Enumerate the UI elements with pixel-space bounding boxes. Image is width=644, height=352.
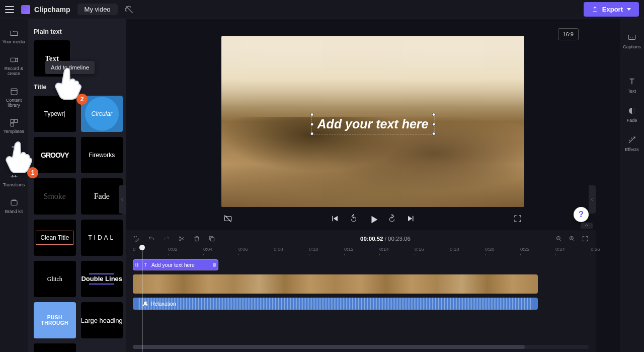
scrollbar-thumb[interactable] [133,345,525,349]
fullscreen-button[interactable] [513,214,522,223]
audio-track[interactable]: Relaxation [133,298,589,310]
play-button[interactable] [368,214,377,223]
resize-handle[interactable] [432,132,435,135]
text-overlay[interactable]: Add your text here [312,115,434,133]
rr-text[interactable]: Text [627,71,637,100]
playhead[interactable] [142,246,142,352]
redo-button[interactable] [163,235,170,242]
nav-label: Templates [4,129,24,134]
export-label: Export [602,6,623,13]
zoom-in-button[interactable] [569,235,576,242]
export-button[interactable]: Export [584,2,639,17]
tile-groovy[interactable]: GROOVY [34,137,76,173]
nav-your-media[interactable]: Your media [0,24,28,49]
tile-fade[interactable]: Fade [81,178,123,215]
tile-circular[interactable]: Circular [81,96,123,132]
audio-clip[interactable]: Relaxation [133,298,538,310]
captions-hide-icon[interactable] [223,214,232,223]
tile-glitch[interactable]: Glitch [34,261,76,297]
ruler-tick: 0 [133,246,135,252]
nav-templates[interactable]: Templates [0,114,28,138]
rr-label: Text [628,89,636,94]
skip-start-button[interactable] [330,214,339,223]
tile-double-lines[interactable]: Double Lines [81,261,123,297]
nav-label: Content library [0,98,28,108]
forward-button[interactable] [387,214,396,223]
rr-captions[interactable]: Captions [623,26,641,55]
tile-smoke[interactable]: Smoke [34,178,76,215]
collapse-panel-button[interactable] [119,185,126,214]
ruler-tick: 0:26 [591,246,600,252]
zoom-fit-button[interactable] [582,235,589,242]
nav-brand-kit[interactable]: Brand kit [0,194,28,219]
rewind-button[interactable] [349,214,358,223]
menu-button[interactable] [5,6,14,13]
section-title: Title [34,84,123,91]
tile-fireworks[interactable]: Fireworks [81,137,123,173]
resize-handle[interactable] [310,122,314,126]
properties-toggle[interactable] [581,223,593,229]
resize-handle[interactable] [432,113,435,116]
video-track[interactable] [133,274,589,294]
svg-rect-5 [11,201,17,205]
ruler-tick: 0:12 [344,246,354,252]
collapse-right-button[interactable] [589,185,596,214]
project-title[interactable]: My video [77,4,118,15]
help-button[interactable]: ? [574,207,589,222]
video-preview[interactable]: Add your text here [221,36,524,207]
svg-rect-1 [11,89,17,95]
timeline-ruler[interactable]: 0 0:02 0:04 0:06 0:08 0:10 0:12 0:14 0:1… [133,246,589,257]
svg-rect-4 [11,123,14,126]
resize-handle[interactable] [432,122,435,126]
nav-content-library[interactable]: Content library [0,83,28,112]
clip-handle[interactable] [213,263,216,267]
nav-text[interactable]: Text [0,140,28,165]
rr-label: Effects [625,147,638,152]
tile-label: Smoke [44,192,66,201]
delete-button[interactable] [193,235,200,242]
tile-outline[interactable]: Outline [34,343,76,352]
text-icon [142,262,148,268]
nav-transitions[interactable]: Transitions [0,167,28,192]
tile-label: Large heading [81,317,123,324]
templates-icon [9,118,19,128]
nav-label: Brand kit [5,209,23,215]
ruler-tick: 0:22 [520,246,530,252]
tile-large-heading[interactable]: Large heading [81,302,123,338]
tile-typewriter[interactable]: Typewr| [34,96,76,132]
nav-label: Transitions [3,183,25,188]
timeline-hscrollbar[interactable] [133,345,589,349]
resize-handle[interactable] [310,132,314,135]
rr-fade[interactable]: Fade [627,100,637,129]
resize-handle[interactable] [310,113,314,116]
captions-icon [627,32,637,42]
text-track[interactable]: Add your text here [133,259,589,270]
text-clip[interactable]: Add your text here [133,259,218,270]
video-clip[interactable] [133,274,538,294]
tile-clean-title[interactable]: Clean Title [34,220,76,256]
duplicate-button[interactable] [208,235,215,242]
tile-label: Clean Title [36,231,73,245]
tile-tidal[interactable]: TIDAL [81,220,123,256]
skip-end-button[interactable] [407,214,416,223]
right-rail: Captions Text Fade Effects [620,19,644,352]
ruler-tick: 0:18 [450,246,459,252]
tooltip-add-to-timeline: Add to timeline [45,61,95,74]
clip-handle[interactable] [135,263,138,267]
ruler-tick: 0:10 [309,246,318,252]
tile-label: Typewr| [44,110,65,117]
zoom-out-button[interactable] [555,235,562,242]
svg-point-8 [179,240,180,241]
tile-push-through[interactable]: PUSH THROUGH [34,302,76,338]
nav-record-create[interactable]: Record & create [0,51,28,81]
effects-icon [627,135,637,145]
undo-button[interactable] [148,235,155,242]
magic-icon[interactable] [133,235,140,242]
ruler-tick: 0:02 [168,246,178,252]
timecode: 00:00.52 / 00:23.06 [223,236,547,242]
aspect-ratio-button[interactable]: 16:9 [558,28,579,40]
rr-effects[interactable]: Effects [625,129,638,158]
split-button[interactable] [178,235,185,242]
cloud-off-icon[interactable] [125,5,134,14]
transitions-icon [9,171,19,181]
